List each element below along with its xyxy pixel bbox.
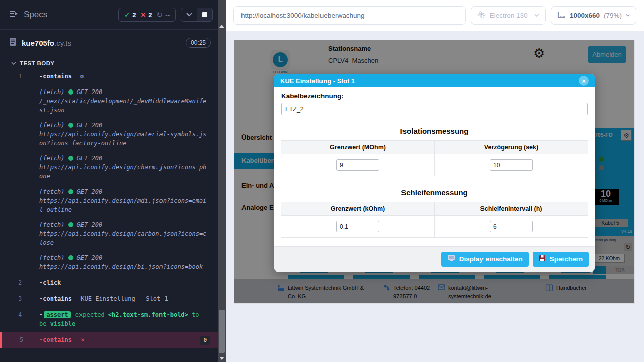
- column-header: Schleifenintervall (h): [435, 202, 588, 216]
- browser-select[interactable]: Electron 130: [471, 6, 546, 25]
- stop-icon: [202, 12, 207, 17]
- fetch-log-entry[interactable]: (fetch)GET 200 https://api.iconify.desig…: [0, 184, 218, 217]
- fetch-log-entry[interactable]: (fetch)GET 200 https://api.iconify.desig…: [0, 250, 218, 275]
- status-dot-icon: [68, 89, 73, 95]
- spec-name: kue705fo: [22, 39, 54, 47]
- isolation-table: Grenzwert (MOhm) Verzögerung (sek): [281, 140, 588, 176]
- reporter-header: Specs ✓2 ✕2 ↻--: [0, 0, 218, 29]
- spec-file-icon: [9, 37, 17, 48]
- chevron-down-icon: [11, 62, 16, 65]
- scroll-down-arrow[interactable]: [218, 355, 226, 362]
- fetch-log-entry[interactable]: (fetch)GET 200 https://api.iconify.desig…: [0, 118, 218, 151]
- iso-verzoegerung-input[interactable]: [490, 159, 533, 171]
- viewport-size: 1000x660: [570, 12, 600, 19]
- chevron-down-icon: [534, 14, 539, 17]
- save-button[interactable]: Speichern: [533, 252, 589, 267]
- fetch-log-entry[interactable]: (fetch)GET 200 /_next/static/development…: [0, 84, 218, 118]
- reporter-scrollbar[interactable]: [218, 0, 226, 362]
- log-step-contains-failed[interactable]: 5 -contains × 0: [0, 332, 218, 348]
- gear-icon: ⚙: [80, 73, 84, 80]
- collapse-button[interactable]: [181, 8, 197, 21]
- display-on-button[interactable]: Display einschalten: [441, 252, 529, 267]
- fail-count-badge: 0: [200, 336, 210, 345]
- log-step-assert[interactable]: 4 -assert expected <h2.text-sm.font-bold…: [0, 307, 218, 332]
- column-header: Grenzwert (kOhm): [281, 202, 435, 216]
- modal-title-bar: KUE Einstellung - Slot 1 ×: [274, 74, 595, 87]
- stat-pending: ↻--: [157, 11, 170, 19]
- fetch-log-entry[interactable]: (fetch)GET 200 https://api.iconify.desig…: [0, 151, 218, 184]
- test-body-toggle[interactable]: TEST BODY: [0, 55, 218, 68]
- test-stats: ✓2 ✕2 ↻--: [118, 8, 176, 22]
- viewport-zoom: (79%): [604, 12, 622, 19]
- ruler-icon: [557, 11, 566, 20]
- status-dot-icon: [68, 156, 73, 161]
- column-header: Grenzwert (MOhm): [281, 141, 435, 154]
- floppy-icon: [539, 255, 546, 263]
- fetch-log-entry[interactable]: (fetch)GET 200 https://api.iconify.desig…: [0, 217, 218, 250]
- spec-timer: 00:25: [186, 38, 211, 48]
- chevron-down-icon: [626, 14, 630, 17]
- monitor-icon: [447, 255, 455, 263]
- status-dot-icon: [68, 222, 73, 227]
- modal-footer: Display einschalten Speichern: [274, 246, 595, 272]
- spec-extension: .cy.ts: [54, 39, 71, 47]
- log-step-click[interactable]: 2 -click: [0, 275, 218, 291]
- runner-controls: [181, 8, 213, 22]
- stat-passed: ✓2: [124, 11, 136, 19]
- cable-name-label: Kabelbezeichnung:: [281, 92, 588, 100]
- stop-button[interactable]: [197, 8, 212, 21]
- assert-badge: assert: [44, 311, 70, 318]
- isolation-heading: Isolationsmessung: [281, 127, 588, 135]
- cypress-reporter: Specs ✓2 ✕2 ↻-- kue705fo.cy.ts: [0, 0, 226, 362]
- modal-title: KUE Einstellung - Slot 1: [280, 77, 355, 85]
- scroll-up-arrow[interactable]: [218, 23, 226, 30]
- runner-top-bar: http://localhost:3000/kabelueberwachung …: [226, 0, 644, 31]
- specs-menu[interactable]: Specs: [9, 10, 47, 20]
- fail-x-icon: ✕: [140, 11, 146, 19]
- specs-label: Specs: [24, 10, 47, 20]
- status-dot-icon: [68, 189, 73, 194]
- status-dot-icon: [68, 255, 73, 260]
- electron-icon: [477, 11, 486, 20]
- viewport-select[interactable]: 1000x660 (79%): [551, 6, 636, 25]
- kue-settings-modal: KUE Einstellung - Slot 1 × Kabelbezeichn…: [274, 74, 595, 272]
- log-step-contains-1[interactable]: 1 -contains ⚙: [0, 68, 218, 84]
- loop-table: Grenzwert (kOhm) Schleifenintervall (h): [281, 202, 588, 238]
- stat-failed: ✕2: [140, 11, 152, 19]
- check-icon: ✓: [124, 11, 130, 19]
- loop-intervall-input[interactable]: [490, 221, 533, 232]
- log-step-contains-3[interactable]: 3 -contains KUE Einstellung - Slot 1: [0, 291, 218, 307]
- close-icon[interactable]: ×: [579, 76, 589, 86]
- loop-grenzwert-input[interactable]: [336, 221, 379, 232]
- spec-file-row[interactable]: kue705fo.cy.ts 00:25: [0, 30, 218, 55]
- url-bar[interactable]: http://localhost:3000/kabelueberwachung: [233, 6, 466, 25]
- specs-icon: [9, 10, 19, 20]
- status-dot-icon: [68, 123, 73, 128]
- cable-name-input[interactable]: [281, 103, 588, 115]
- scrollbar-thumb[interactable]: [219, 310, 225, 353]
- loop-heading: Schleifenmessung: [281, 188, 588, 197]
- browser-label: Electron 130: [490, 12, 528, 19]
- command-log: 1 -contains ⚙ (fetch)GET 200 /_next/stat…: [0, 68, 218, 348]
- pending-icon: ↻: [157, 11, 163, 19]
- iso-grenzwert-input[interactable]: [336, 159, 379, 171]
- column-header: Verzögerung (sek): [435, 141, 588, 154]
- url-text: http://localhost:3000/kabelueberwachung: [241, 12, 364, 19]
- chevron-down-icon: [186, 13, 192, 17]
